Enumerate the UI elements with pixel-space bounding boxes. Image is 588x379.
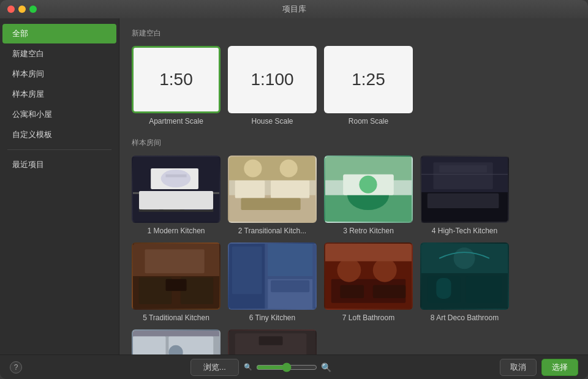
content-area: 新建空白 1:50 Apartment Scale 1:100 House Sc… — [119, 18, 588, 355]
section-title-new-empty: 新建空白 — [132, 28, 576, 39]
room-thumb-svg-2 — [229, 156, 315, 223]
scale-item-apartment[interactable]: 1:50 Apartment Scale — [132, 46, 221, 126]
svg-point-14 — [244, 159, 262, 177]
apartment-scale-text: 1:50 — [159, 70, 193, 89]
section-title-sample-rooms: 样本房间 — [132, 138, 576, 148]
svg-rect-5 — [184, 195, 211, 210]
house-scale-card[interactable]: 1:100 — [228, 46, 317, 113]
room-thumb-7[interactable] — [324, 242, 413, 310]
minimize-button[interactable] — [18, 6, 26, 13]
room-item-8[interactable]: 8 Art Deco Bathroom — [420, 242, 509, 322]
room-thumb-10[interactable] — [228, 329, 317, 355]
room-label-7: 7 Loft Bathroom — [342, 313, 394, 322]
svg-rect-16 — [241, 198, 300, 210]
room-thumb-svg-9 — [133, 329, 219, 355]
cancel-button[interactable]: 取消 — [500, 359, 537, 376]
svg-rect-50 — [325, 244, 412, 261]
svg-point-47 — [373, 258, 397, 282]
room-item-7[interactable]: 7 Loft Bathroom — [324, 242, 413, 322]
room-label-5: 5 Traditional Kitchen — [143, 313, 209, 322]
room-label-6: 6 Tiny Kitchen — [249, 313, 295, 322]
room-scale-text: 1:25 — [352, 70, 385, 89]
room-thumb-svg-10 — [229, 329, 315, 355]
room-thumb-3[interactable] — [324, 156, 413, 223]
sidebar: 全部 新建空白 样本房间 样本房屋 公寓和小屋 自定义模板 最近项目 — [0, 18, 119, 355]
room-item-3[interactable]: 3 Retro Kitchen — [324, 156, 413, 235]
room-label-1: 1 Modern Kitchen — [147, 227, 205, 235]
sidebar-item-new-empty[interactable]: 新建空白 — [2, 44, 116, 64]
svg-point-22 — [359, 176, 377, 193]
svg-rect-56 — [436, 278, 451, 299]
apartment-scale-label: Apartment Scale — [149, 117, 203, 126]
zoom-out-icon: 🔍 — [244, 363, 252, 371]
room-item-10[interactable]: 10 Modern Bathroom — [228, 329, 317, 355]
room-thumb-svg-3 — [325, 156, 412, 223]
house-scale-label: House Scale — [251, 117, 293, 126]
maximize-button[interactable] — [29, 6, 37, 13]
bottom-bar: ? 浏览... 🔍 🔍 取消 选择 — [0, 355, 588, 379]
room-item-6[interactable]: 6 Tiny Kitchen — [228, 242, 317, 322]
apartment-scale-card[interactable]: 1:50 — [132, 46, 221, 113]
svg-rect-49 — [373, 285, 405, 298]
sidebar-item-sample-room[interactable]: 样本房间 — [2, 64, 116, 84]
room-label-3: 3 Retro Kitchen — [343, 227, 394, 235]
room-scale-card[interactable]: 1:25 — [324, 46, 413, 113]
svg-rect-35 — [145, 249, 204, 273]
room-thumb-svg-6 — [229, 242, 315, 310]
room-thumb-2[interactable] — [228, 156, 317, 223]
room-thumb-6[interactable] — [228, 242, 317, 310]
room-thumb-svg-7 — [325, 242, 412, 310]
room-thumb-8[interactable] — [420, 242, 509, 310]
svg-rect-2 — [139, 194, 214, 212]
sidebar-item-custom-template[interactable]: 自定义模板 — [2, 125, 116, 144]
svg-rect-41 — [271, 280, 309, 292]
scale-item-room[interactable]: 1:25 Room Scale — [324, 46, 413, 126]
sidebar-item-sample-house[interactable]: 样本房屋 — [2, 84, 116, 104]
svg-rect-55 — [466, 276, 502, 303]
window-controls — [7, 6, 37, 13]
sidebar-item-all[interactable]: 全部 — [2, 24, 116, 43]
svg-rect-12 — [271, 180, 309, 198]
room-item-1[interactable]: 1 Modern Kitchen — [132, 156, 221, 235]
svg-rect-39 — [232, 246, 262, 294]
close-button[interactable] — [7, 6, 15, 13]
svg-rect-1 — [133, 192, 219, 194]
room-item-9[interactable]: 9 Corner Bathroom — [132, 329, 221, 355]
svg-rect-42 — [268, 244, 312, 276]
select-button[interactable]: 选择 — [541, 359, 578, 376]
scale-item-house[interactable]: 1:100 House Scale — [228, 46, 317, 126]
svg-rect-62 — [133, 331, 219, 337]
sidebar-item-apartment[interactable]: 公寓和小屋 — [2, 105, 116, 124]
main-container: 全部 新建空白 样本房间 样本房屋 公寓和小屋 自定义模板 最近项目 新建空白 … — [0, 18, 588, 355]
svg-point-46 — [337, 258, 361, 282]
room-thumb-5[interactable] — [132, 242, 221, 310]
svg-point-15 — [280, 159, 298, 177]
room-thumb-svg-4 — [421, 156, 508, 223]
help-button[interactable]: ? — [10, 361, 22, 373]
room-label-8: 8 Art Deco Bathroom — [431, 313, 499, 322]
room-thumb-4[interactable] — [420, 156, 509, 223]
zoom-slider[interactable] — [256, 362, 317, 372]
room-item-5[interactable]: 5 Traditional Kitchen — [132, 242, 221, 322]
room-label-4: 4 High-Tech Kitchen — [432, 227, 497, 235]
svg-point-7 — [161, 170, 191, 187]
bottom-center: 浏览... 🔍 🔍 — [190, 359, 331, 376]
room-thumb-1[interactable] — [132, 156, 221, 223]
room-thumb-svg-1 — [133, 156, 219, 223]
sidebar-divider — [7, 149, 111, 150]
bottom-right: 取消 选择 — [500, 359, 578, 376]
room-thumb-9[interactable] — [132, 329, 221, 355]
svg-rect-36 — [165, 279, 186, 291]
svg-rect-48 — [340, 285, 364, 298]
svg-point-53 — [454, 247, 475, 269]
room-item-4[interactable]: 4 High-Tech Kitchen — [420, 156, 509, 235]
room-thumb-svg-5 — [133, 242, 219, 310]
svg-rect-13 — [229, 157, 315, 181]
browse-button[interactable]: 浏览... — [190, 359, 239, 376]
room-item-2[interactable]: 2 Transitional Kitch... — [228, 156, 317, 235]
zoom-controls: 🔍 🔍 — [244, 362, 331, 372]
room-label-2: 2 Transitional Kitch... — [238, 227, 306, 235]
svg-rect-3 — [142, 195, 160, 210]
sidebar-item-recent[interactable]: 最近项目 — [2, 155, 116, 174]
svg-rect-70 — [259, 336, 283, 345]
